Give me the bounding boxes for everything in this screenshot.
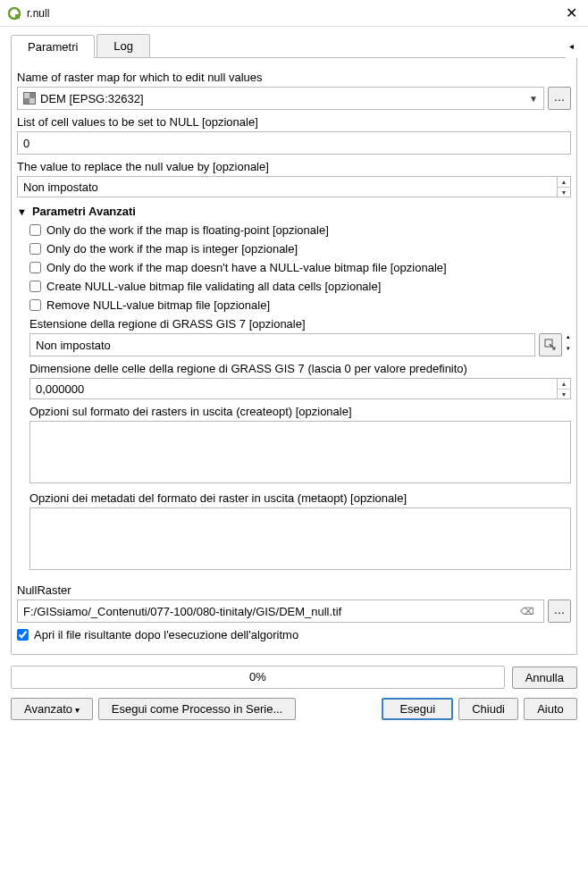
null-list-label: List of cell values to be set to NULL [o…: [17, 115, 571, 129]
region-ext-input[interactable]: [29, 333, 535, 356]
createopt-textarea[interactable]: [29, 421, 571, 483]
raster-label: Name of raster map for which to edit nul…: [17, 71, 571, 84]
region-ext-label: Estensione della regione di GRASS GIS 7 …: [29, 317, 571, 331]
output-browse-button[interactable]: …: [548, 600, 571, 623]
svg-rect-1: [15, 14, 20, 19]
cancel-button[interactable]: Annulla: [512, 667, 577, 689]
open-after-checkbox[interactable]: [17, 629, 29, 641]
raster-layer-icon: [23, 92, 36, 105]
chk-remove-bitmap[interactable]: [29, 299, 41, 311]
metaopt-label: Opzioni dei metadati del formato dei ras…: [29, 491, 571, 505]
chk-no-bitmap[interactable]: [29, 262, 41, 273]
chevron-down-icon: ▼: [529, 94, 538, 104]
output-path-field[interactable]: F:/GISsiamo/_Contenuti/077-100/080-tinit…: [17, 600, 544, 623]
open-after-label: Apri il file risultante dopo l'esecuzion…: [34, 628, 298, 641]
help-button[interactable]: Aiuto: [524, 698, 577, 720]
advanced-header-label: Parametri Avanzati: [32, 205, 136, 218]
extent-select-icon: [544, 339, 557, 351]
raster-combo[interactable]: DEM [EPSG:32632] ▼: [17, 87, 544, 110]
close-button[interactable]: Chiudi: [458, 698, 518, 720]
chk-create-bitmap-label: Create NULL-value bitmap file validating…: [46, 280, 381, 293]
replace-spinner[interactable]: ▲▼: [557, 176, 571, 197]
chk-no-bitmap-label: Only do the work if the map doesn't have…: [46, 261, 447, 274]
replace-input[interactable]: [17, 176, 557, 197]
region-ext-map-button[interactable]: [539, 333, 562, 356]
chk-remove-bitmap-label: Remove NULL-value bitmap file [opzionale…: [46, 298, 270, 312]
cell-size-input[interactable]: [29, 378, 557, 399]
progress-bar: 0%: [11, 666, 505, 689]
tab-log[interactable]: Log: [97, 34, 150, 57]
raster-value: DEM [EPSG:32632]: [40, 92, 529, 105]
batch-button[interactable]: Esegui come Processo in Serie...: [98, 698, 296, 720]
collapse-right-icon[interactable]: ◂: [566, 41, 577, 51]
chk-float-label: Only do the work if the map is floating-…: [46, 223, 329, 237]
cell-size-label: Dimensione delle celle della regione di …: [29, 362, 571, 375]
chk-create-bitmap[interactable]: [29, 281, 41, 292]
qgis-icon: [7, 6, 21, 21]
titlebar: r.null ✕: [0, 0, 588, 27]
close-icon[interactable]: ✕: [562, 4, 581, 21]
replace-label: The value to replace the null value by […: [17, 160, 571, 173]
window-title: r.null: [27, 7, 562, 20]
output-path-value: F:/GISsiamo/_Contenuti/077-100/080-tinit…: [23, 605, 517, 618]
chk-integer-label: Only do the work if the map is integer […: [46, 242, 298, 256]
raster-browse-button[interactable]: …: [548, 87, 571, 110]
region-up-icon[interactable]: ▴: [566, 333, 571, 345]
clear-icon[interactable]: ⌫: [517, 606, 538, 617]
tab-bar: Parametri Log: [11, 34, 566, 58]
region-down-icon[interactable]: ▾: [566, 345, 571, 356]
run-button[interactable]: Esegui: [382, 698, 453, 720]
output-label: NullRaster: [17, 583, 571, 597]
chk-float[interactable]: [29, 224, 41, 236]
null-list-input[interactable]: [17, 131, 571, 155]
advanced-button[interactable]: Avanzato: [11, 698, 93, 720]
createopt-label: Opzioni sul formato dei rasters in uscit…: [29, 405, 571, 418]
tab-parameters[interactable]: Parametri: [11, 35, 95, 58]
triangle-down-icon: ▼: [17, 206, 27, 217]
metaopt-textarea[interactable]: [29, 507, 571, 570]
parameters-panel: Name of raster map for which to edit nul…: [11, 58, 577, 655]
advanced-toggle[interactable]: ▼ Parametri Avanzati: [17, 205, 571, 218]
chk-integer[interactable]: [29, 243, 41, 255]
cell-size-spinner[interactable]: ▲▼: [557, 378, 571, 399]
